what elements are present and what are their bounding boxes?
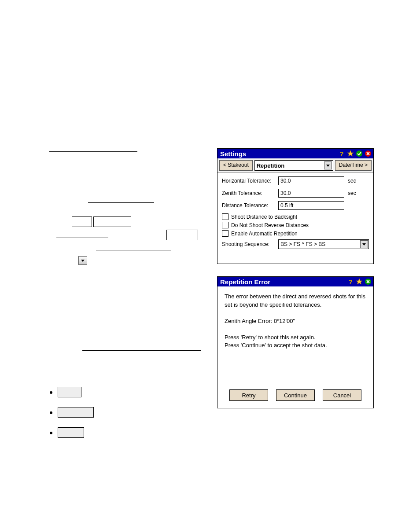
label-horizontal-tolerance: Horizontal Tolerance: (222, 178, 278, 184)
svg-marker-7 (81, 260, 85, 262)
label-shooting-sequence: Shooting Sequence: (222, 241, 278, 247)
nav-next-button[interactable]: Date/Time > (335, 160, 372, 171)
value-shooting-sequence: BS > FS ^ FS > BS (280, 241, 325, 247)
input-zenith-tolerance[interactable] (278, 189, 344, 198)
checkbox-no-reverse[interactable] (222, 222, 228, 228)
cancel-button[interactable]: Cancel (323, 389, 361, 401)
ghost-line (49, 151, 137, 152)
settings-nav-row: < Stakeout Repetition Date/Time > (217, 158, 373, 173)
continue-button[interactable]: Continue (276, 389, 315, 401)
retry-accel: R (242, 392, 246, 399)
reperr-titlebar: Repetition Error ? (217, 277, 373, 286)
svg-marker-5 (356, 279, 362, 284)
chevron-down-icon[interactable] (324, 161, 332, 169)
label-zenith-tolerance: Zenith Tolerance: (222, 190, 278, 196)
label-auto-repetition: Enable Automatic Repetition (231, 231, 298, 237)
select-shooting-sequence[interactable]: BS > FS ^ FS > BS (278, 239, 369, 249)
ghost-box (166, 230, 198, 240)
svg-point-1 (356, 150, 362, 157)
label-distance-tolerance: Distance Tolerance: (222, 202, 278, 209)
ghost-button (58, 427, 84, 438)
continue-accel: C (284, 392, 288, 399)
row-shooting-sequence: Shooting Sequence: BS > FS ^ FS > BS (222, 239, 369, 249)
row-zenith-tolerance: Zenith Tolerance: sec (222, 189, 369, 198)
settings-title: Settings (220, 150, 338, 158)
row-auto-repetition[interactable]: Enable Automatic Repetition (222, 230, 369, 237)
help-icon[interactable]: ? (338, 150, 345, 157)
label-shoot-backsight: Shoot Distance to Backsight (231, 214, 297, 220)
help-icon[interactable]: ? (347, 278, 354, 285)
reperr-zenith-error: Zenith Angle Error: 0º12'00" (225, 317, 366, 326)
ghost-box (93, 216, 131, 227)
checkbox-shoot-backsight[interactable] (222, 213, 228, 220)
ghost-button (58, 407, 94, 418)
svg-marker-3 (326, 165, 330, 167)
close-icon[interactable] (365, 150, 372, 157)
settings-titlebar: Settings ? (217, 149, 373, 158)
unit-zenith-tolerance: sec (348, 190, 356, 196)
ghost-dropdown-icon (78, 256, 87, 265)
reperr-body: The error between the direct and reverse… (217, 286, 373, 354)
ghost-line (96, 250, 171, 250)
row-no-reverse[interactable]: Do Not Shoot Reverse Distances (222, 222, 369, 228)
ghost-line (56, 238, 108, 238)
repetition-error-dialog: Repetition Error ? The error between the… (217, 276, 374, 408)
row-horizontal-tolerance: Horizontal Tolerance: sec (222, 176, 369, 185)
reperr-paragraph-1: The error between the direct and reverse… (225, 293, 366, 309)
bullet-icon (50, 432, 52, 434)
favorite-icon[interactable] (356, 278, 363, 285)
chevron-down-icon[interactable] (360, 240, 368, 248)
svg-marker-0 (347, 150, 354, 156)
dialog-button-row: Retry Continue Cancel (217, 389, 373, 401)
cancel-label: Cancel (333, 392, 351, 399)
settings-body: Horizontal Tolerance: sec Zenith Toleran… (217, 173, 373, 253)
reperr-retry-hint: Press 'Retry' to shoot this set again. (225, 334, 366, 342)
bullet-icon (50, 391, 52, 394)
input-distance-tolerance[interactable] (278, 201, 344, 210)
input-horizontal-tolerance[interactable] (278, 176, 344, 185)
continue-rest: ontinue (288, 392, 307, 399)
unit-horizontal-tolerance: sec (348, 178, 356, 184)
settings-window: Settings ? < Stakeout Repetition Date/Ti… (217, 148, 374, 264)
reperr-continue-hint: Press 'Continue' to accept the shot data… (225, 341, 366, 350)
titlebar-icons: ? (347, 278, 372, 285)
favorite-icon[interactable] (347, 150, 354, 157)
ghost-box (72, 216, 92, 227)
bullet-icon (50, 411, 52, 414)
row-shoot-backsight[interactable]: Shoot Distance to Backsight (222, 213, 369, 220)
ghost-line (82, 350, 201, 351)
nav-prev-button[interactable]: < Stakeout (219, 160, 253, 171)
ok-icon[interactable] (356, 150, 363, 157)
label-no-reverse: Do Not Shoot Reverse Distances (231, 222, 309, 228)
ghost-line (88, 202, 154, 203)
nav-current-label: Repetition (257, 162, 285, 169)
close-icon[interactable] (365, 278, 372, 285)
row-distance-tolerance: Distance Tolerance: (222, 201, 369, 210)
retry-rest: etry (246, 392, 256, 399)
retry-button[interactable]: Retry (229, 389, 268, 401)
ghost-button (58, 387, 81, 397)
nav-current-select[interactable]: Repetition (254, 160, 333, 171)
checkbox-auto-repetition[interactable] (222, 230, 228, 237)
titlebar-icons: ? (338, 150, 372, 157)
reperr-title: Repetition Error (220, 278, 347, 286)
svg-marker-4 (362, 243, 366, 246)
